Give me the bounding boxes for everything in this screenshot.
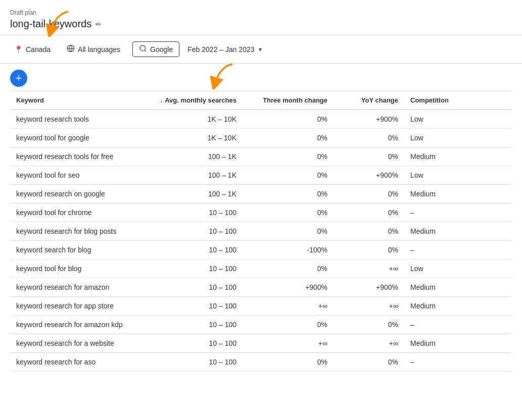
cell-yoy: +900%	[334, 278, 404, 297]
col-header-competition: Competition	[404, 91, 512, 110]
language-icon	[67, 44, 75, 54]
col-header-keyword: Keyword	[10, 91, 131, 110]
col-header-avg-monthly[interactable]: ↓Avg. monthly searches	[131, 91, 243, 110]
cell-keyword: keyword research tools	[10, 110, 131, 129]
cell-keyword: keyword research tools for free	[10, 147, 131, 166]
cell-competition: Low	[404, 166, 512, 185]
cell-three-month: 0%	[243, 129, 334, 147]
cell-avg-monthly: 10 – 100	[131, 316, 243, 334]
cell-three-month: 0%	[243, 203, 334, 222]
toolbar: 📍 Canada All languages Google Feb 2022 –…	[0, 35, 522, 64]
cell-competition: –	[404, 353, 512, 372]
cell-keyword: keyword research for blog posts	[10, 222, 131, 241]
cell-competition: Medium	[404, 147, 512, 166]
location-selector[interactable]: 📍 Canada	[10, 42, 55, 57]
table-container: + Keyword ↓Avg. monthly searches Three m…	[0, 64, 522, 372]
cell-yoy: +∞	[334, 297, 404, 316]
cell-keyword: keyword research for aso	[10, 353, 131, 372]
table-row: keyword research for amazon 10 – 100 +90…	[10, 278, 512, 297]
cell-keyword: keyword research for app store	[10, 297, 131, 316]
cell-yoy: 0%	[334, 203, 404, 222]
cell-competition: Low	[404, 129, 512, 147]
table-header-row: Keyword ↓Avg. monthly searches Three mon…	[10, 91, 512, 110]
cell-avg-monthly: 10 – 100	[131, 241, 243, 259]
col-header-yoy: YoY change	[334, 91, 404, 110]
cell-avg-monthly: 10 – 100	[131, 259, 243, 278]
cell-competition: –	[404, 241, 512, 259]
cell-competition: Low	[404, 110, 512, 129]
add-keyword-button[interactable]: +	[10, 70, 27, 87]
table-row: keyword tool for seo 100 – 1K 0% +900% L…	[10, 166, 512, 185]
edit-icon[interactable]: ✏	[96, 20, 102, 28]
table-row: keyword tool for google 1K – 10K 0% 0% L…	[10, 129, 512, 147]
table-row: keyword research for app store 10 – 100 …	[10, 297, 512, 316]
cell-avg-monthly: 1K – 10K	[131, 110, 243, 129]
cell-three-month: +∞	[243, 334, 334, 353]
cell-avg-monthly: 1K – 10K	[131, 129, 243, 147]
cell-competition: Medium	[404, 185, 512, 203]
search-engine-icon	[139, 44, 147, 54]
cell-three-month: 0%	[243, 185, 334, 203]
search-engine-selector[interactable]: Google	[132, 41, 179, 57]
date-range-label: Feb 2022 – Jan 2023	[187, 45, 254, 54]
cell-yoy: 0%	[334, 185, 404, 203]
cell-keyword: keyword tool for chrome	[10, 203, 131, 222]
plan-title: long-tail-keywords ✏	[10, 18, 512, 30]
table-row: keyword research tools 1K – 10K 0% +900%…	[10, 110, 512, 129]
table-row: keyword tool for chrome 10 – 100 0% 0% –	[10, 203, 512, 222]
table-row: keyword research tools for free 100 – 1K…	[10, 147, 512, 166]
cell-keyword: keyword tool for google	[10, 129, 131, 147]
cell-avg-monthly: 100 – 1K	[131, 185, 243, 203]
cell-three-month: -100%	[243, 241, 334, 259]
table-row: keyword tool for blog 10 – 100 0% +∞ Low	[10, 259, 512, 278]
cell-yoy: +900%	[334, 110, 404, 129]
table-row: keyword research for blog posts 10 – 100…	[10, 222, 512, 241]
cell-competition: Low	[404, 259, 512, 278]
add-button-row: +	[10, 64, 512, 87]
cell-yoy: 0%	[334, 316, 404, 334]
cell-three-month: 0%	[243, 353, 334, 372]
cell-competition: Medium	[404, 278, 512, 297]
cell-yoy: +∞	[334, 259, 404, 278]
cell-yoy: +900%	[334, 166, 404, 185]
language-label: All languages	[78, 45, 120, 54]
cell-avg-monthly: 100 – 1K	[131, 147, 243, 166]
table-row: keyword research for aso 10 – 100 0% 0% …	[10, 353, 512, 372]
cell-keyword: keyword research for amazon	[10, 278, 131, 297]
cell-three-month: +900%	[243, 278, 334, 297]
draft-label: Draft plan	[10, 9, 512, 16]
date-range-picker[interactable]: Feb 2022 – Jan 2023 ▼	[187, 45, 263, 54]
location-icon: 📍	[14, 45, 23, 54]
cell-three-month: 0%	[243, 316, 334, 334]
cell-yoy: 0%	[334, 147, 404, 166]
cell-yoy: 0%	[334, 129, 404, 147]
cell-keyword: keyword tool for blog	[10, 259, 131, 278]
cell-avg-monthly: 10 – 100	[131, 222, 243, 241]
cell-yoy: 0%	[334, 353, 404, 372]
cell-three-month: 0%	[243, 259, 334, 278]
table-row: keyword search for blog 10 – 100 -100% 0…	[10, 241, 512, 259]
cell-three-month: 0%	[243, 222, 334, 241]
header: Draft plan long-tail-keywords ✏	[0, 0, 522, 35]
cell-keyword: keyword research for amazon kdp	[10, 316, 131, 334]
table-row: keyword research for amazon kdp 10 – 100…	[10, 316, 512, 334]
plan-title-text: long-tail-keywords	[10, 18, 91, 30]
location-label: Canada	[26, 45, 51, 54]
cell-yoy: 0%	[334, 241, 404, 259]
language-selector[interactable]: All languages	[63, 41, 124, 57]
cell-three-month: 0%	[243, 110, 334, 129]
search-engine-label: Google	[150, 45, 173, 54]
cell-competition: –	[404, 203, 512, 222]
cell-competition: –	[404, 316, 512, 334]
sort-icon: ↓	[160, 97, 163, 103]
cell-three-month: 0%	[243, 166, 334, 185]
cell-keyword: keyword search for blog	[10, 241, 131, 259]
cell-avg-monthly: 10 – 100	[131, 203, 243, 222]
cell-competition: Medium	[404, 334, 512, 353]
cell-keyword: keyword tool for seo	[10, 166, 131, 185]
svg-point-1	[140, 45, 146, 51]
cell-three-month: 0%	[243, 147, 334, 166]
cell-competition: Medium	[404, 297, 512, 316]
cell-avg-monthly: 100 – 1K	[131, 166, 243, 185]
cell-avg-monthly: 10 – 100	[131, 334, 243, 353]
